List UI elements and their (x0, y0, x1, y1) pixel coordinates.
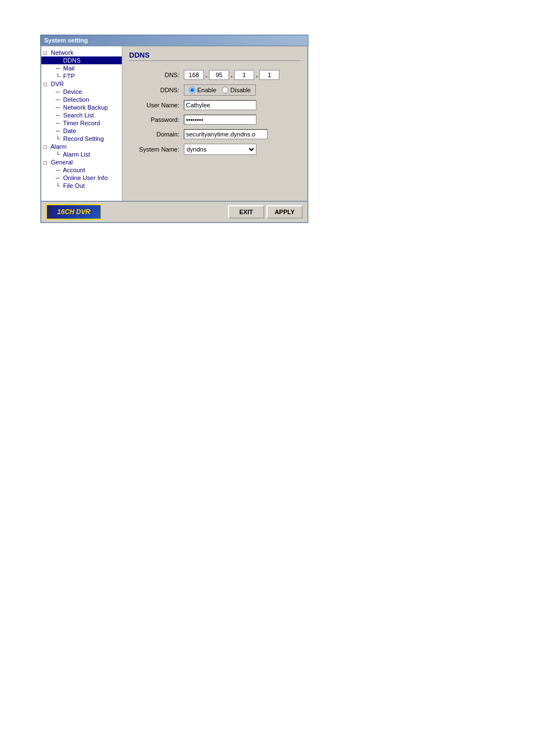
ddns-enable-option[interactable]: Enable (189, 87, 216, 93)
window-title: System setting (44, 37, 88, 44)
password-row: Password: (134, 115, 296, 125)
expand-icon-general: □ (44, 159, 49, 166)
sidebar-item-detection[interactable]: ─ Detection (41, 96, 122, 103)
sidebar-item-dvr[interactable]: □ DVR (41, 80, 122, 88)
tree-connector-mail: ─ (56, 65, 61, 72)
dns-octet-4[interactable] (259, 70, 279, 80)
tree-connector-detection: ─ (56, 97, 61, 103)
sidebar-item-search-list[interactable]: ─ Search List (41, 111, 122, 119)
expand-icon-network: □ (44, 50, 49, 56)
tree-connector-timer: ─ (56, 120, 61, 126)
sidebar-item-timer-record[interactable]: ─ Timer Record (41, 119, 122, 127)
sidebar-item-online-user-info[interactable]: ─ Online User Info (41, 174, 122, 182)
section-title: DDNS (129, 51, 301, 61)
password-label: Password: (134, 116, 184, 123)
tree-connector-alarmlist: └ (56, 152, 61, 158)
sidebar-item-record-setting[interactable]: └ Record Setting (41, 135, 122, 143)
bottom-bar: 16CH DVR EXIT APPLY (40, 202, 308, 223)
tree-connector-date: ─ (56, 128, 61, 134)
domain-label: Domain: (134, 131, 184, 138)
logo-text: 16CH DVR (57, 208, 90, 216)
sidebar-item-ftp[interactable]: └ FTP (41, 72, 122, 80)
tree-connector-ddns: ─ (56, 58, 61, 64)
dns-octet-3[interactable] (234, 70, 254, 80)
dns-dot-3: . (255, 72, 258, 78)
expand-icon-dvr: □ (44, 81, 49, 87)
ddns-enable-label: Enable (197, 87, 216, 93)
username-row: User Name: (134, 100, 296, 110)
tree-connector-account: ─ (56, 167, 61, 173)
tree-connector-onlineuser: ─ (56, 175, 61, 181)
password-field[interactable] (184, 115, 256, 125)
ddns-radio-group: Enable Disable (184, 84, 256, 96)
main-content: DDNS DNS: . . . (122, 46, 307, 201)
domain-field[interactable] (184, 129, 268, 139)
tree-connector-device: ─ (56, 89, 61, 95)
tree-connector-ftp: └ (56, 73, 61, 79)
system-name-label: System Name: (134, 146, 184, 153)
ddns-disable-radio[interactable] (222, 87, 229, 93)
window-body: □ Network ─ DDNS ─ Mail └ FTP □ DVR ─ (40, 45, 308, 202)
dns-dot-1: . (205, 72, 208, 78)
ddns-disable-label: Disable (230, 87, 251, 93)
dns-octet-1[interactable] (184, 70, 204, 80)
logo-box: 16CH DVR (46, 204, 102, 220)
sidebar-item-network-backup[interactable]: ─ Network Backup (41, 103, 122, 111)
tree-connector-recsetting: └ (56, 136, 61, 142)
dns-row: DNS: . . . (134, 70, 296, 80)
dns-label: DNS: (134, 72, 184, 78)
sidebar-tree: □ Network ─ DDNS ─ Mail └ FTP □ DVR ─ (41, 46, 122, 201)
form-area: DNS: . . . DDNS: (129, 67, 301, 163)
username-field[interactable] (184, 100, 256, 110)
system-name-row: System Name: dyndns no-ip custom (134, 144, 296, 155)
ddns-row: DDNS: Enable Disable (134, 84, 296, 96)
sidebar-item-ddns[interactable]: ─ DDNS (41, 56, 122, 64)
ddns-disable-option[interactable]: Disable (222, 87, 251, 93)
sidebar-item-device[interactable]: ─ Device (41, 88, 122, 96)
dns-inputs: . . . (184, 70, 279, 80)
title-bar: System setting (40, 35, 308, 45)
domain-row: Domain: (134, 129, 296, 139)
expand-icon-alarm: □ (44, 144, 49, 150)
sidebar-item-general[interactable]: □ General (41, 158, 122, 166)
system-name-select[interactable]: dyndns no-ip custom (184, 144, 256, 155)
dns-octet-2[interactable] (209, 70, 229, 80)
ddns-enable-radio[interactable] (189, 87, 196, 93)
exit-button[interactable]: EXIT (228, 205, 264, 219)
sidebar-item-file-out[interactable]: └ File Out (41, 182, 122, 190)
tree-connector-fileout: └ (56, 183, 61, 189)
apply-button[interactable]: APPLY (266, 205, 303, 219)
tree-connector-search: ─ (56, 112, 61, 119)
sidebar-item-alarm-list[interactable]: └ Alarm List (41, 150, 122, 158)
sidebar-item-alarm[interactable]: □ Alarm (41, 143, 122, 150)
system-setting-window: System setting □ Network ─ DDNS ─ Mail └… (40, 35, 308, 223)
sidebar-item-mail[interactable]: ─ Mail (41, 64, 122, 72)
dns-dot-2: . (230, 72, 233, 78)
tree-connector-netbackup: ─ (56, 105, 61, 111)
ddns-label: DDNS: (134, 87, 184, 93)
username-label: User Name: (134, 102, 184, 108)
sidebar-item-network[interactable]: □ Network (41, 49, 122, 56)
sidebar-item-date[interactable]: ─ Date (41, 127, 122, 135)
sidebar-item-account[interactable]: ─ Account (41, 166, 122, 174)
